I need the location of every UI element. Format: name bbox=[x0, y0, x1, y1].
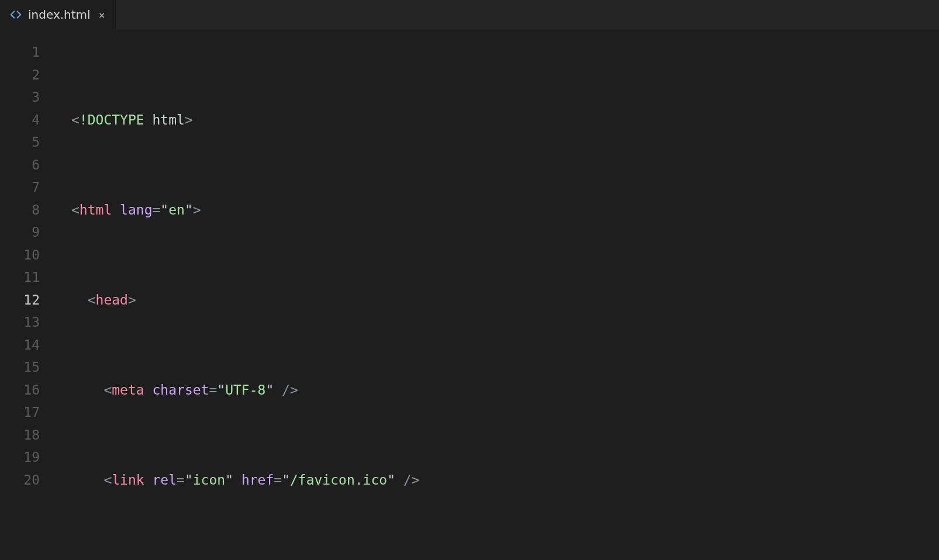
line-number: 14 bbox=[0, 334, 55, 357]
line-number-gutter: 1234567891011121314151617181920 bbox=[0, 29, 55, 560]
line-number: 20 bbox=[0, 469, 55, 492]
code-line[interactable]: <meta charset="UTF-8" /> bbox=[55, 379, 939, 402]
code-line[interactable]: <head> bbox=[55, 289, 939, 312]
line-number: 10 bbox=[0, 244, 55, 267]
line-number: 1 bbox=[0, 41, 55, 64]
angle-brackets-icon bbox=[9, 8, 22, 21]
line-number: 9 bbox=[0, 221, 55, 244]
line-number: 8 bbox=[0, 199, 55, 222]
line-number: 4 bbox=[0, 109, 55, 132]
tab-filename: index.html bbox=[28, 8, 91, 22]
line-number: 2 bbox=[0, 64, 55, 87]
line-number: 11 bbox=[0, 266, 55, 289]
file-tab[interactable]: index.html × bbox=[0, 0, 116, 29]
close-icon[interactable]: × bbox=[96, 8, 108, 22]
line-number: 7 bbox=[0, 176, 55, 199]
line-number: 12 bbox=[0, 289, 55, 312]
code-editor[interactable]: 1234567891011121314151617181920 <!DOCTYP… bbox=[0, 29, 939, 560]
code-line[interactable]: <html lang="en"> bbox=[55, 199, 939, 222]
code-line[interactable]: <!DOCTYPE html> bbox=[55, 109, 939, 132]
tab-bar: index.html × bbox=[0, 0, 939, 29]
line-number: 13 bbox=[0, 311, 55, 334]
line-number: 3 bbox=[0, 86, 55, 109]
code-area[interactable]: <!DOCTYPE html> <html lang="en"> <head> … bbox=[55, 29, 939, 560]
line-number: 5 bbox=[0, 131, 55, 154]
code-line[interactable]: <link rel="icon" href="/favicon.ico" /> bbox=[55, 469, 939, 492]
line-number: 16 bbox=[0, 379, 55, 402]
line-number: 15 bbox=[0, 356, 55, 379]
line-number: 17 bbox=[0, 401, 55, 424]
line-number: 6 bbox=[0, 154, 55, 177]
line-number: 19 bbox=[0, 446, 55, 469]
line-number: 18 bbox=[0, 424, 55, 447]
